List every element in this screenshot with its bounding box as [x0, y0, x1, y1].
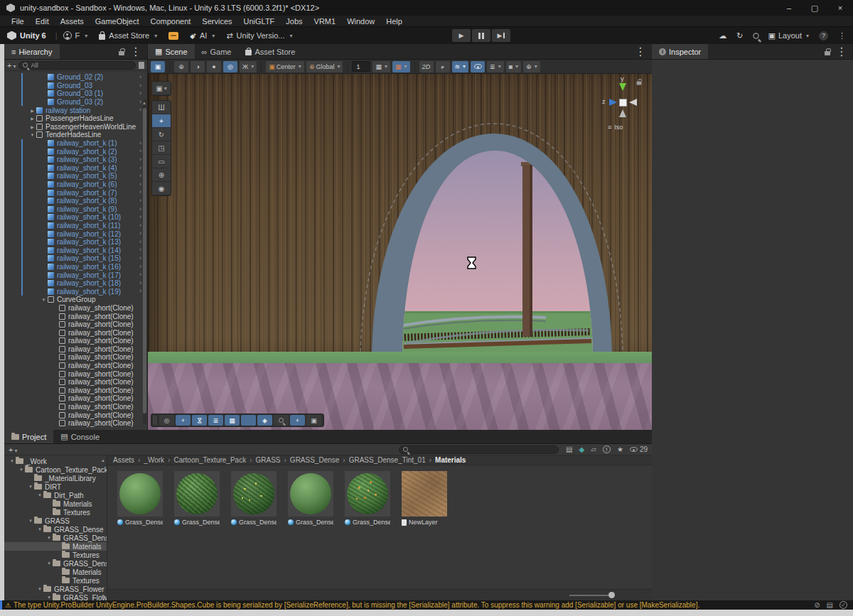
expander-icon[interactable]: ▼	[9, 459, 16, 463]
hierarchy-item[interactable]: Ground_03 (2)›	[4, 98, 147, 107]
collection-overlay-button[interactable]: ▣	[306, 415, 321, 426]
snap-diamond-overlay-button[interactable]: ◈	[257, 415, 272, 426]
project-folder-item[interactable]: ▼GRASS_Dense.	[4, 534, 107, 542]
hierarchy-item[interactable]: railway_short_k (16)›	[4, 263, 147, 271]
project-folder-item[interactable]: Materials	[4, 499, 107, 508]
tab-hierarchy[interactable]: ≡ Hierarchy	[4, 44, 60, 59]
prefab-open-arrow[interactable]: ›	[139, 254, 141, 261]
z-axis-cone[interactable]	[609, 99, 617, 106]
menu-item-gameobject[interactable]: GameObject	[90, 17, 145, 26]
breadcrumb-item[interactable]: GRASS_Dense	[290, 456, 339, 464]
expander-icon[interactable]: ▶	[28, 108, 36, 113]
prefab-open-arrow[interactable]: ›	[139, 82, 141, 89]
hierarchy-item[interactable]: railway_short_k (14)›	[4, 246, 147, 254]
hierarchy-item[interactable]: railway_short_k (17)›	[4, 271, 147, 279]
gizmo-center-cube[interactable]	[619, 99, 627, 107]
search-overlay-button[interactable]	[274, 415, 289, 426]
prefab-open-arrow[interactable]: ›	[139, 172, 141, 179]
draw-mode-wire-button[interactable]: ⊕	[174, 61, 188, 72]
breadcrumb-item[interactable]: Cartoon_Texture_Pack	[173, 456, 246, 464]
favorites-icon[interactable]: ★	[617, 445, 623, 453]
label-filter-icon[interactable]: ▱	[591, 445, 596, 453]
hierarchy-item[interactable]: ▶PassengerHadesLine	[4, 114, 147, 123]
minimize-button[interactable]: –	[776, 0, 802, 16]
project-folder-item[interactable]: Materials	[4, 542, 107, 551]
hierarchy-item[interactable]: railway_short_k (18)›	[4, 279, 147, 288]
expander-icon[interactable]: ▼	[45, 536, 53, 540]
hidden-count[interactable]: 29	[630, 445, 648, 453]
prefab-open-arrow[interactable]: ›	[139, 156, 141, 163]
expander-icon[interactable]: ▶	[28, 116, 36, 121]
menu-item-services[interactable]: Services	[196, 17, 237, 26]
lock-icon[interactable]	[825, 51, 830, 55]
hierarchy-item[interactable]: railway_short(Clone)	[4, 345, 147, 354]
project-search-input[interactable]	[399, 445, 559, 454]
scroll-up-icon[interactable]: ▲	[101, 458, 105, 463]
draw-mode-shaded-button[interactable]: ●	[207, 61, 221, 72]
play-button[interactable]: ▶	[452, 29, 471, 42]
hierarchy-item[interactable]: railway_short_k (1)›	[4, 139, 147, 148]
move-tool-overlay-button[interactable]: +	[290, 415, 305, 426]
expander-icon[interactable]: ▼	[28, 133, 36, 137]
prefab-open-arrow[interactable]: ›	[139, 164, 141, 171]
breadcrumb-item[interactable]: _Work	[144, 456, 164, 464]
prefab-open-arrow[interactable]: ›	[139, 246, 141, 253]
expander-icon[interactable]: ▼	[27, 485, 34, 489]
scene-3d-view[interactable]: ▣▾ Ш+↻◳▭⊕◉ y z ≡ Iso ◎+⋈≣▦◈+▣	[148, 74, 652, 430]
space-dropdown[interactable]: ⊕Global▾	[306, 61, 343, 72]
version-control-dropdown[interactable]: ⇄ Unity Versio...▾	[226, 31, 292, 40]
expander-icon[interactable]: ▼	[45, 561, 53, 566]
packages-filter-icon[interactable]: ◆	[579, 445, 585, 453]
orientation-overlay-button[interactable]: ◎	[159, 415, 174, 426]
lock-icon[interactable]	[119, 51, 124, 55]
step-button[interactable]: ▶	[492, 29, 510, 42]
prefab-open-arrow[interactable]: ›	[139, 279, 141, 286]
project-folder-item[interactable]: ▼DIRT	[4, 482, 107, 491]
asset-item[interactable]: Grass_Dense_T...	[231, 471, 277, 526]
expander-icon[interactable]: ▼	[45, 595, 53, 600]
tab-inspector[interactable]: i Inspector	[652, 44, 708, 59]
custom-tool-button[interactable]: ◉	[152, 182, 171, 195]
draw-mode-half-button[interactable]: ◑	[191, 61, 205, 72]
asset-item[interactable]: Grass_Dense_T...	[345, 471, 390, 526]
hierarchy-item[interactable]: railway_short(Clone)	[4, 328, 147, 337]
move-tool-button[interactable]: +	[152, 114, 171, 128]
prefab-open-arrow[interactable]: ›	[139, 147, 141, 154]
project-folder-item[interactable]: ▼GRASS_Dense	[4, 525, 107, 534]
add-object-button[interactable]: +▾	[7, 61, 16, 70]
tab-project[interactable]: Project	[4, 430, 53, 443]
project-folder-item[interactable]: ▼_Work	[4, 457, 107, 465]
expander-icon[interactable]: ▼	[36, 527, 43, 531]
hierarchy-item[interactable]: railway_short_k (9)›	[4, 205, 147, 214]
expander-icon[interactable]: ▶	[28, 124, 36, 129]
audio-toggle[interactable]: ♪	[436, 61, 450, 72]
prefab-open-arrow[interactable]: ›	[139, 213, 141, 220]
account-dropdown[interactable]: F▾	[63, 31, 88, 40]
prefab-open-arrow[interactable]: ›	[139, 238, 141, 245]
expander-icon[interactable]: ▼	[36, 493, 43, 497]
effects-dropdown[interactable]: ≋▾	[452, 61, 469, 72]
asset-store-button[interactable]: Asset Store▾	[99, 31, 157, 40]
hierarchy-item[interactable]: ▶PassengerHeavenWorldLine	[4, 123, 147, 131]
menu-item-window[interactable]: Window	[341, 17, 380, 26]
hierarchy-item[interactable]: railway_short_k (15)›	[4, 254, 147, 263]
down-axis-cone[interactable]	[619, 109, 626, 117]
scale-tool-button[interactable]: ◳	[152, 141, 171, 155]
prefab-open-arrow[interactable]: ›	[139, 222, 141, 229]
hierarchy-item[interactable]: railway_short_k (7)›	[4, 188, 147, 197]
expander-icon[interactable]: ▼	[18, 468, 25, 472]
search-icon[interactable]	[753, 33, 758, 38]
hierarchy-item[interactable]: railway_short(Clone)	[4, 304, 147, 313]
camera-dropdown[interactable]: ◙▾	[506, 61, 521, 72]
transform-tool-button[interactable]: ⊕	[152, 168, 171, 182]
hierarchy-item[interactable]: railway_short(Clone)	[4, 411, 147, 419]
breadcrumb-item[interactable]: GRASS	[256, 456, 281, 464]
prefab-open-arrow[interactable]: ›	[139, 271, 141, 278]
menu-item-component[interactable]: Component	[144, 17, 196, 26]
hierarchy-item[interactable]: ▶railway station›	[4, 106, 147, 114]
help-icon[interactable]: ?	[819, 31, 828, 40]
cache-icon[interactable]: ▤	[827, 601, 833, 609]
prefab-open-arrow[interactable]: ›	[139, 180, 141, 188]
grid-snap-dropdown[interactable]: ▦▾	[392, 61, 410, 72]
debug-dropdown[interactable]: Ж▾	[240, 61, 257, 72]
